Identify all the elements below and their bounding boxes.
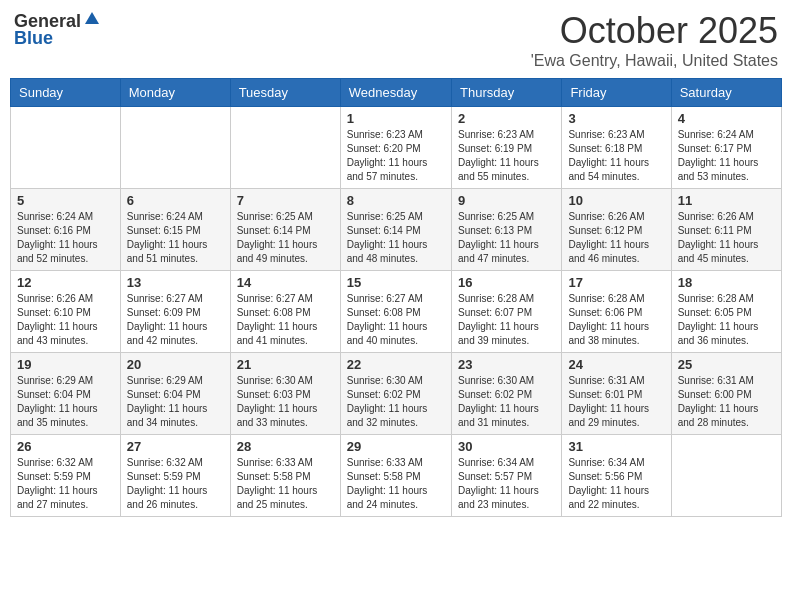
- day-number: 1: [347, 111, 445, 126]
- month-title: October 2025: [531, 10, 778, 52]
- day-info: Sunrise: 6:30 AM Sunset: 6:02 PM Dayligh…: [458, 374, 555, 430]
- location-title: 'Ewa Gentry, Hawaii, United States: [531, 52, 778, 70]
- calendar-cell: 3Sunrise: 6:23 AM Sunset: 6:18 PM Daylig…: [562, 107, 671, 189]
- day-number: 24: [568, 357, 664, 372]
- day-number: 18: [678, 275, 775, 290]
- calendar-cell: 19Sunrise: 6:29 AM Sunset: 6:04 PM Dayli…: [11, 353, 121, 435]
- day-info: Sunrise: 6:24 AM Sunset: 6:17 PM Dayligh…: [678, 128, 775, 184]
- day-number: 28: [237, 439, 334, 454]
- day-info: Sunrise: 6:31 AM Sunset: 6:01 PM Dayligh…: [568, 374, 664, 430]
- day-info: Sunrise: 6:32 AM Sunset: 5:59 PM Dayligh…: [127, 456, 224, 512]
- day-info: Sunrise: 6:23 AM Sunset: 6:18 PM Dayligh…: [568, 128, 664, 184]
- calendar-cell: 20Sunrise: 6:29 AM Sunset: 6:04 PM Dayli…: [120, 353, 230, 435]
- day-number: 7: [237, 193, 334, 208]
- calendar-cell: 29Sunrise: 6:33 AM Sunset: 5:58 PM Dayli…: [340, 435, 451, 517]
- calendar-cell: 9Sunrise: 6:25 AM Sunset: 6:13 PM Daylig…: [452, 189, 562, 271]
- calendar-cell: 10Sunrise: 6:26 AM Sunset: 6:12 PM Dayli…: [562, 189, 671, 271]
- calendar-cell: [671, 435, 781, 517]
- calendar-cell: 17Sunrise: 6:28 AM Sunset: 6:06 PM Dayli…: [562, 271, 671, 353]
- day-number: 6: [127, 193, 224, 208]
- day-info: Sunrise: 6:28 AM Sunset: 6:06 PM Dayligh…: [568, 292, 664, 348]
- weekday-header-thursday: Thursday: [452, 79, 562, 107]
- day-number: 22: [347, 357, 445, 372]
- day-number: 9: [458, 193, 555, 208]
- day-number: 2: [458, 111, 555, 126]
- day-info: Sunrise: 6:34 AM Sunset: 5:56 PM Dayligh…: [568, 456, 664, 512]
- day-number: 20: [127, 357, 224, 372]
- day-number: 19: [17, 357, 114, 372]
- calendar-cell: 13Sunrise: 6:27 AM Sunset: 6:09 PM Dayli…: [120, 271, 230, 353]
- day-number: 15: [347, 275, 445, 290]
- day-number: 11: [678, 193, 775, 208]
- calendar-cell: 15Sunrise: 6:27 AM Sunset: 6:08 PM Dayli…: [340, 271, 451, 353]
- calendar-cell: 8Sunrise: 6:25 AM Sunset: 6:14 PM Daylig…: [340, 189, 451, 271]
- day-info: Sunrise: 6:26 AM Sunset: 6:11 PM Dayligh…: [678, 210, 775, 266]
- page-header: General Blue October 2025 'Ewa Gentry, H…: [10, 10, 782, 70]
- day-info: Sunrise: 6:32 AM Sunset: 5:59 PM Dayligh…: [17, 456, 114, 512]
- calendar-cell: [11, 107, 121, 189]
- calendar-cell: 1Sunrise: 6:23 AM Sunset: 6:20 PM Daylig…: [340, 107, 451, 189]
- day-number: 25: [678, 357, 775, 372]
- day-number: 16: [458, 275, 555, 290]
- week-row-2: 5Sunrise: 6:24 AM Sunset: 6:16 PM Daylig…: [11, 189, 782, 271]
- calendar-cell: 28Sunrise: 6:33 AM Sunset: 5:58 PM Dayli…: [230, 435, 340, 517]
- week-row-4: 19Sunrise: 6:29 AM Sunset: 6:04 PM Dayli…: [11, 353, 782, 435]
- day-number: 29: [347, 439, 445, 454]
- day-number: 23: [458, 357, 555, 372]
- week-row-3: 12Sunrise: 6:26 AM Sunset: 6:10 PM Dayli…: [11, 271, 782, 353]
- calendar-cell: 6Sunrise: 6:24 AM Sunset: 6:15 PM Daylig…: [120, 189, 230, 271]
- day-number: 13: [127, 275, 224, 290]
- day-info: Sunrise: 6:31 AM Sunset: 6:00 PM Dayligh…: [678, 374, 775, 430]
- day-number: 12: [17, 275, 114, 290]
- calendar-cell: [120, 107, 230, 189]
- calendar-cell: 25Sunrise: 6:31 AM Sunset: 6:00 PM Dayli…: [671, 353, 781, 435]
- day-info: Sunrise: 6:23 AM Sunset: 6:19 PM Dayligh…: [458, 128, 555, 184]
- day-info: Sunrise: 6:27 AM Sunset: 6:08 PM Dayligh…: [347, 292, 445, 348]
- calendar-cell: 12Sunrise: 6:26 AM Sunset: 6:10 PM Dayli…: [11, 271, 121, 353]
- day-info: Sunrise: 6:33 AM Sunset: 5:58 PM Dayligh…: [347, 456, 445, 512]
- day-number: 14: [237, 275, 334, 290]
- day-info: Sunrise: 6:27 AM Sunset: 6:08 PM Dayligh…: [237, 292, 334, 348]
- calendar-cell: 23Sunrise: 6:30 AM Sunset: 6:02 PM Dayli…: [452, 353, 562, 435]
- day-number: 30: [458, 439, 555, 454]
- calendar-cell: 5Sunrise: 6:24 AM Sunset: 6:16 PM Daylig…: [11, 189, 121, 271]
- calendar-cell: 18Sunrise: 6:28 AM Sunset: 6:05 PM Dayli…: [671, 271, 781, 353]
- calendar-cell: 7Sunrise: 6:25 AM Sunset: 6:14 PM Daylig…: [230, 189, 340, 271]
- weekday-header-saturday: Saturday: [671, 79, 781, 107]
- day-number: 27: [127, 439, 224, 454]
- day-info: Sunrise: 6:23 AM Sunset: 6:20 PM Dayligh…: [347, 128, 445, 184]
- calendar-cell: 4Sunrise: 6:24 AM Sunset: 6:17 PM Daylig…: [671, 107, 781, 189]
- weekday-header-row: SundayMondayTuesdayWednesdayThursdayFrid…: [11, 79, 782, 107]
- title-section: October 2025 'Ewa Gentry, Hawaii, United…: [531, 10, 778, 70]
- day-info: Sunrise: 6:34 AM Sunset: 5:57 PM Dayligh…: [458, 456, 555, 512]
- calendar-cell: 31Sunrise: 6:34 AM Sunset: 5:56 PM Dayli…: [562, 435, 671, 517]
- day-info: Sunrise: 6:27 AM Sunset: 6:09 PM Dayligh…: [127, 292, 224, 348]
- weekday-header-tuesday: Tuesday: [230, 79, 340, 107]
- day-info: Sunrise: 6:29 AM Sunset: 6:04 PM Dayligh…: [127, 374, 224, 430]
- weekday-header-wednesday: Wednesday: [340, 79, 451, 107]
- logo-blue-text: Blue: [14, 28, 53, 48]
- day-info: Sunrise: 6:25 AM Sunset: 6:14 PM Dayligh…: [347, 210, 445, 266]
- day-info: Sunrise: 6:24 AM Sunset: 6:16 PM Dayligh…: [17, 210, 114, 266]
- day-info: Sunrise: 6:29 AM Sunset: 6:04 PM Dayligh…: [17, 374, 114, 430]
- calendar-cell: 24Sunrise: 6:31 AM Sunset: 6:01 PM Dayli…: [562, 353, 671, 435]
- calendar-cell: 26Sunrise: 6:32 AM Sunset: 5:59 PM Dayli…: [11, 435, 121, 517]
- day-number: 17: [568, 275, 664, 290]
- day-info: Sunrise: 6:30 AM Sunset: 6:02 PM Dayligh…: [347, 374, 445, 430]
- calendar-cell: 11Sunrise: 6:26 AM Sunset: 6:11 PM Dayli…: [671, 189, 781, 271]
- calendar-cell: [230, 107, 340, 189]
- calendar-cell: 14Sunrise: 6:27 AM Sunset: 6:08 PM Dayli…: [230, 271, 340, 353]
- day-info: Sunrise: 6:24 AM Sunset: 6:15 PM Dayligh…: [127, 210, 224, 266]
- day-info: Sunrise: 6:26 AM Sunset: 6:12 PM Dayligh…: [568, 210, 664, 266]
- day-number: 26: [17, 439, 114, 454]
- calendar-cell: 22Sunrise: 6:30 AM Sunset: 6:02 PM Dayli…: [340, 353, 451, 435]
- day-number: 4: [678, 111, 775, 126]
- week-row-5: 26Sunrise: 6:32 AM Sunset: 5:59 PM Dayli…: [11, 435, 782, 517]
- svg-marker-0: [85, 12, 99, 24]
- weekday-header-friday: Friday: [562, 79, 671, 107]
- day-info: Sunrise: 6:33 AM Sunset: 5:58 PM Dayligh…: [237, 456, 334, 512]
- calendar-cell: 30Sunrise: 6:34 AM Sunset: 5:57 PM Dayli…: [452, 435, 562, 517]
- logo: General Blue: [14, 10, 101, 49]
- calendar-cell: 27Sunrise: 6:32 AM Sunset: 5:59 PM Dayli…: [120, 435, 230, 517]
- calendar-cell: 16Sunrise: 6:28 AM Sunset: 6:07 PM Dayli…: [452, 271, 562, 353]
